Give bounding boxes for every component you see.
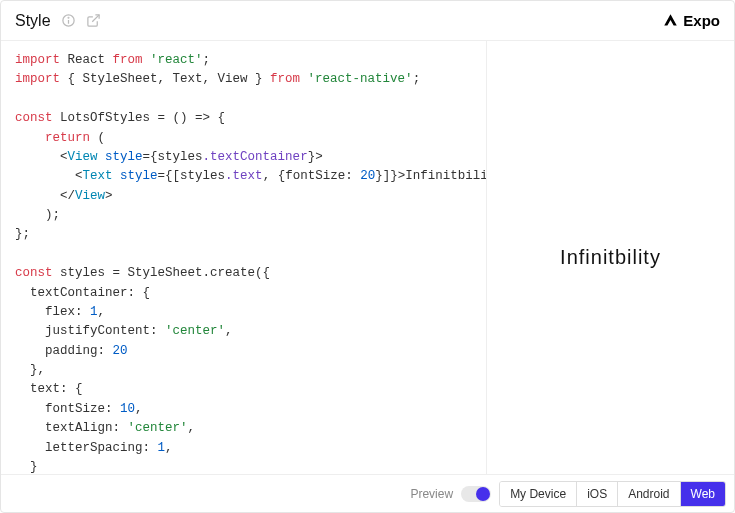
- header-bar: Style Expo: [1, 1, 734, 41]
- svg-line-3: [92, 15, 99, 22]
- tab-my-device[interactable]: My Device: [500, 482, 576, 506]
- tab-web[interactable]: Web: [680, 482, 725, 506]
- preview-label: Preview: [410, 487, 453, 501]
- expo-brand[interactable]: Expo: [663, 12, 720, 29]
- brand-label: Expo: [683, 12, 720, 29]
- project-title: Style: [15, 12, 51, 30]
- main-area: import React from 'react'; import { Styl…: [1, 41, 734, 474]
- expo-logo-icon: [663, 13, 678, 28]
- tab-android[interactable]: Android: [617, 482, 679, 506]
- preview-pane: Infinitbility: [486, 41, 734, 474]
- preview-toggle[interactable]: [461, 486, 491, 502]
- platform-tabs: My Device iOS Android Web: [499, 481, 726, 507]
- svg-point-2: [68, 17, 69, 18]
- header-left: Style: [15, 12, 663, 30]
- code-editor[interactable]: import React from 'react'; import { Styl…: [1, 41, 486, 474]
- info-icon[interactable]: [61, 13, 76, 28]
- footer-bar: Preview My Device iOS Android Web: [1, 474, 734, 512]
- preview-output-text: Infinitbility: [560, 246, 661, 269]
- external-link-icon[interactable]: [86, 13, 101, 28]
- app-window: Style Expo import React from 'react'; im…: [0, 0, 735, 513]
- tab-ios[interactable]: iOS: [576, 482, 617, 506]
